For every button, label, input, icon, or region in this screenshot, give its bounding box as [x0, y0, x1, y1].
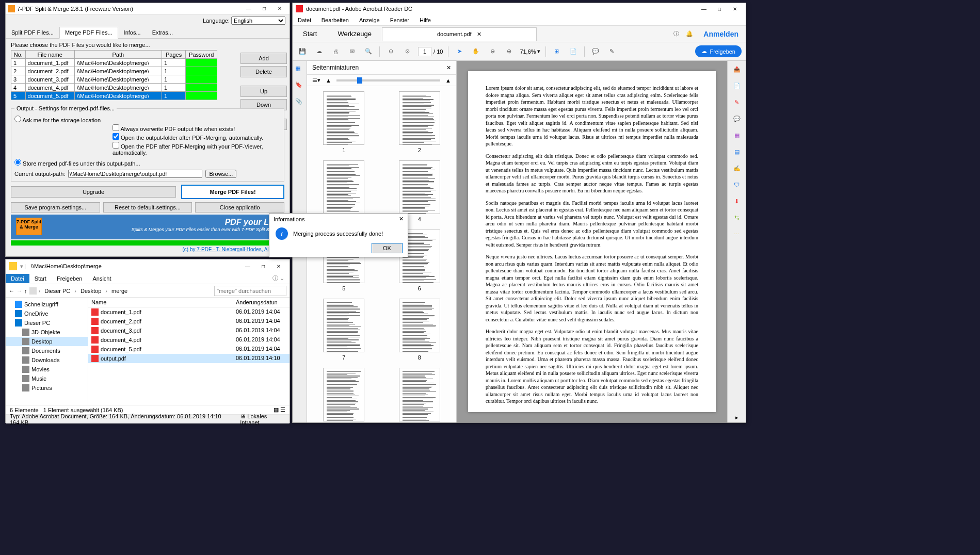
dialog-close-icon[interactable]: ✕	[399, 216, 404, 222]
tool-createpdf-icon[interactable]: 📄	[732, 80, 742, 91]
browse-button[interactable]: Browse...	[205, 170, 236, 178]
tool-organize-icon[interactable]: ▤	[732, 146, 742, 157]
tree-item[interactable]: Documents	[6, 346, 88, 355]
list-item[interactable]: document_1.pdf06.01.2019 14:04	[88, 307, 290, 317]
tree-item[interactable]: Movies	[6, 365, 88, 374]
col-date[interactable]: Änderungsdatun	[233, 298, 290, 307]
tab-werkzeuge[interactable]: Werkzeuge	[327, 27, 382, 41]
tool-protect-icon[interactable]: 🛡	[732, 179, 742, 190]
menu-bearbeiten[interactable]: Bearbeiten	[316, 16, 354, 24]
save-icon[interactable]: 💾	[297, 46, 308, 57]
tree-item[interactable]: Schnellzugriff	[6, 300, 88, 309]
maximize-button[interactable]: □	[255, 261, 271, 271]
page-thumbnail[interactable]: 1	[312, 91, 376, 153]
scroll-icon[interactable]: 📄	[568, 46, 579, 57]
view-icons[interactable]: ▦ ☰	[274, 406, 285, 413]
menu-fenster[interactable]: Fenster	[385, 16, 414, 24]
copyright[interactable]: (c) by 7-PDF - T. Niebergall-Hodes, All …	[11, 246, 284, 253]
menu-datei[interactable]: Datei	[6, 274, 29, 283]
page-thumbnail[interactable]: 9	[312, 368, 376, 422]
page-thumbnail[interactable]: 7	[312, 299, 376, 361]
attachment-icon[interactable]: 📎	[295, 98, 304, 107]
dialog-titlebar[interactable]: Informations ✕	[269, 214, 408, 224]
tool-combine-icon[interactable]: ▦	[732, 130, 742, 140]
menu-start[interactable]: Start	[29, 274, 52, 283]
list-item[interactable]: document_3.pdf06.01.2019 14:04	[88, 326, 290, 335]
explorer-titlebar[interactable]: ▾ | \\Mac\Home\Desktop\merge — □ ✕	[6, 259, 290, 273]
thumbnail-close-icon[interactable]: ✕	[446, 64, 451, 71]
ok-button[interactable]: OK	[372, 243, 403, 253]
tool-comment-icon[interactable]: 💬	[732, 113, 742, 124]
thumb-small-icon[interactable]: ▲	[326, 77, 331, 84]
close-button[interactable]: ✕	[272, 4, 287, 14]
login-link[interactable]: Anmelden	[696, 30, 746, 38]
cloud-icon[interactable]: ☁	[313, 46, 325, 57]
document-view[interactable]: Lorem ipsum dolor sit amet, consectetur …	[457, 61, 727, 422]
ribbon-toggle-icon[interactable]: ⓘ ⌄	[267, 273, 290, 284]
tree-item[interactable]: Music	[6, 374, 88, 383]
language-select[interactable]: English	[231, 17, 285, 25]
table-row[interactable]: 1document_1.pdf\\Mac\Home\Desktop\merge\…	[11, 59, 217, 67]
opt-openfolder[interactable]: Open the output-folder after PDF-Merging…	[113, 133, 281, 141]
list-item[interactable]: document_5.pdf06.01.2019 14:04	[88, 345, 290, 354]
zoom-in-icon[interactable]: ⊕	[503, 46, 515, 57]
add-button[interactable]: Add	[240, 53, 287, 64]
crumb[interactable]: Desktop	[78, 287, 103, 295]
delete-button[interactable]: Delete	[240, 66, 287, 77]
tool-convert-icon[interactable]: ⇆	[732, 213, 742, 223]
menu-datei[interactable]: Datei	[293, 16, 316, 24]
col-pages[interactable]: Pages	[162, 51, 186, 59]
reset-settings-button[interactable]: Reset to default-settings...	[103, 202, 192, 213]
fit-icon[interactable]: ⊞	[551, 46, 563, 57]
menu-hilfe[interactable]: Hilfe	[414, 16, 436, 24]
merge-button[interactable]: Merge PDF Files!	[181, 185, 284, 199]
thumb-large-icon[interactable]: ▲	[445, 77, 451, 84]
tab-merge[interactable]: Merge PDF Files...	[59, 27, 118, 39]
list-item[interactable]: document_4.pdf06.01.2019 14:04	[88, 335, 290, 345]
list-item[interactable]: output.pdf06.01.2019 14:10	[88, 354, 290, 363]
tab-split[interactable]: Split PDF Files...	[6, 27, 59, 38]
help-icon[interactable]: ⓘ	[669, 27, 683, 41]
table-row[interactable]: 5document_5.pdf\\Mac\Home\Desktop\merge\…	[11, 92, 217, 100]
menu-anzeige[interactable]: Anzeige	[354, 16, 385, 24]
pointer-icon[interactable]: ➤	[454, 46, 465, 57]
table-row[interactable]: 3document_3.pdf\\Mac\Home\Desktop\merge\…	[11, 75, 217, 84]
tool-fillsign-icon[interactable]: ✍	[732, 163, 742, 173]
print-icon[interactable]: 🖨	[330, 46, 341, 57]
page-thumbnail[interactable]: 2	[388, 91, 452, 153]
mail-icon[interactable]: ✉	[346, 46, 358, 57]
col-password[interactable]: Password	[186, 51, 217, 59]
table-row[interactable]: 2document_2.pdf\\Mac\Home\Desktop\merge\…	[11, 67, 217, 75]
highlight-icon[interactable]: ✎	[606, 46, 618, 57]
col-no[interactable]: No.	[11, 51, 26, 59]
tab-extras[interactable]: Extras...	[147, 27, 179, 38]
tool-more-icon[interactable]: ⋯	[732, 229, 742, 239]
opt-openpdf[interactable]: Open the PDF after PDF-Merging with your…	[113, 142, 281, 156]
forward-button[interactable]: →	[17, 288, 22, 294]
tree-item[interactable]: Desktop	[6, 337, 88, 346]
hand-icon[interactable]: ✋	[470, 46, 481, 57]
next-page-icon[interactable]: ⊙	[401, 46, 413, 57]
thumbnails-icon[interactable]: ▦	[295, 65, 304, 74]
outpath-input[interactable]	[68, 170, 202, 178]
menu-ansicht[interactable]: Ansicht	[87, 274, 116, 283]
tab-start[interactable]: Start	[293, 27, 327, 41]
up-button[interactable]: ↑	[24, 288, 27, 294]
crumb[interactable]: Dieser PC	[42, 287, 72, 295]
tool-compress-icon[interactable]: ⬇	[732, 196, 742, 206]
share-button[interactable]: ☁Freigeben	[695, 45, 742, 57]
maximize-button[interactable]: □	[712, 4, 727, 14]
close-app-button[interactable]: Close applicatio	[195, 202, 284, 213]
page-input[interactable]	[418, 47, 431, 56]
menu-freigeben[interactable]: Freigeben	[52, 274, 88, 283]
tab-infos[interactable]: Infos...	[118, 27, 147, 38]
minimize-button[interactable]: —	[240, 261, 255, 271]
up-button[interactable]: Up	[240, 86, 287, 97]
tree-item[interactable]: Pictures	[6, 383, 88, 393]
prev-page-icon[interactable]: ⊙	[385, 46, 396, 57]
col-name[interactable]: Name	[88, 298, 233, 307]
opt-overwrite[interactable]: Always overwrite PDF output file when ex…	[113, 124, 281, 132]
page-thumbnail[interactable]: 8	[388, 299, 452, 361]
back-button[interactable]: ←	[9, 288, 14, 294]
thumb-size-slider[interactable]	[336, 79, 440, 81]
